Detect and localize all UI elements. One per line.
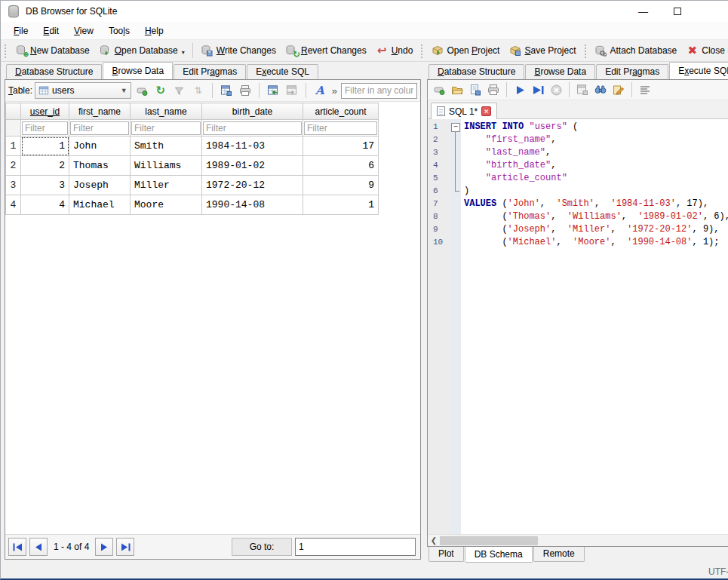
- menu-help[interactable]: Help: [138, 23, 170, 38]
- print-sql-button[interactable]: [485, 81, 502, 98]
- table-cell[interactable]: 6: [303, 156, 379, 176]
- previous-record-button[interactable]: [29, 538, 48, 556]
- tab-plot[interactable]: Plot: [429, 547, 464, 562]
- toolbar-grip[interactable]: [3, 43, 8, 58]
- table-cell[interactable]: 1989-01-02: [202, 156, 303, 176]
- menu-tools[interactable]: Tools: [102, 23, 137, 38]
- table-cell[interactable]: Smith: [131, 137, 202, 156]
- sql-tab[interactable]: SQL 1* ✕: [431, 103, 497, 119]
- column-header-article-count[interactable]: article_count: [303, 103, 379, 120]
- close-database-button[interactable]: ✖ Close Database: [681, 42, 728, 60]
- last-record-button[interactable]: [116, 538, 134, 556]
- tab-edit-pragmas-right[interactable]: Edit Pragmas: [596, 64, 668, 79]
- open-sql-file-button[interactable]: [449, 81, 465, 98]
- execute-all-button[interactable]: [511, 81, 528, 98]
- row-header[interactable]: 3: [6, 176, 21, 195]
- table-cell[interactable]: 9: [303, 176, 379, 195]
- toolbar-overflow-chevron[interactable]: »: [330, 85, 339, 97]
- filter-any-column-input[interactable]: [341, 83, 417, 99]
- table-cell[interactable]: Michael: [69, 195, 131, 215]
- title-bar[interactable]: DB Browser for SQLite — ✕: [1, 1, 728, 22]
- tab-database-structure-right[interactable]: Database Structure: [429, 64, 524, 79]
- filter-input-first-name[interactable]: [70, 121, 129, 135]
- save-results-button[interactable]: [574, 81, 591, 98]
- table-cell[interactable]: 17: [303, 137, 379, 156]
- goto-input[interactable]: [295, 538, 416, 556]
- find-replace-button[interactable]: [592, 81, 609, 98]
- tab-edit-pragmas[interactable]: Edit Pragmas: [174, 64, 246, 79]
- refresh-button[interactable]: ↻: [152, 82, 169, 99]
- tab-execute-sql-right[interactable]: Execute SQL: [669, 62, 728, 79]
- grid-corner[interactable]: [6, 103, 21, 120]
- close-button[interactable]: ✕: [715, 1, 728, 22]
- save-sql-file-button[interactable]: [467, 81, 484, 98]
- column-header-last-name[interactable]: last_name: [131, 103, 202, 120]
- attach-database-button[interactable]: Attach Database: [590, 42, 682, 60]
- table-cell[interactable]: Moore: [131, 195, 202, 215]
- filter-button[interactable]: [171, 82, 188, 99]
- filter-input-article-count[interactable]: [304, 121, 377, 135]
- encoding-indicator[interactable]: UTF-8: [708, 566, 728, 577]
- edit-sql-button[interactable]: [610, 81, 627, 98]
- table-cell[interactable]: 1990-14-08: [202, 195, 303, 215]
- new-sql-tab-button[interactable]: [431, 81, 447, 98]
- menu-edit[interactable]: Edit: [36, 23, 66, 38]
- column-header-first-name[interactable]: first_name: [69, 103, 131, 120]
- next-record-button[interactable]: [95, 538, 113, 556]
- sql-tab-close-icon[interactable]: ✕: [481, 106, 491, 116]
- print-button[interactable]: [237, 82, 253, 99]
- toolbar-grip[interactable]: [583, 43, 588, 58]
- open-database-button[interactable]: Open Database ▾: [94, 42, 189, 60]
- table-cell[interactable]: Thomas: [69, 156, 131, 176]
- column-header-birth-date[interactable]: birth_date: [202, 103, 303, 120]
- table-cell[interactable]: 1972-20-12: [202, 176, 303, 195]
- import-table-button[interactable]: [265, 82, 281, 99]
- write-changes-button[interactable]: Write Changes: [196, 42, 281, 60]
- save-table-button[interactable]: [218, 82, 235, 99]
- table-selector[interactable]: users ▼: [35, 82, 131, 99]
- column-header-user-id[interactable]: user_id: [21, 103, 69, 120]
- table-cell[interactable]: Miller: [131, 176, 202, 195]
- tab-db-schema[interactable]: DB Schema: [465, 546, 533, 563]
- tab-execute-sql[interactable]: Execute SQL: [247, 64, 318, 79]
- table-cell[interactable]: Joseph: [69, 176, 131, 195]
- tab-database-structure[interactable]: Database Structure: [6, 64, 102, 79]
- execute-line-button[interactable]: [530, 81, 546, 98]
- undo-button[interactable]: ↩ Undo: [371, 42, 418, 60]
- maximize-button[interactable]: [660, 1, 694, 22]
- menu-file[interactable]: File: [7, 23, 35, 38]
- row-header[interactable]: 1: [6, 137, 21, 156]
- table-cell[interactable]: 1: [21, 137, 69, 156]
- tab-browse-data-right[interactable]: Browse Data: [525, 64, 595, 79]
- filter-input-user-id[interactable]: [22, 121, 68, 135]
- menu-view[interactable]: View: [67, 23, 100, 38]
- new-database-button[interactable]: ⊕ New Database: [10, 42, 94, 60]
- scroll-left-arrow[interactable]: ❮: [428, 536, 440, 546]
- scrollbar-thumb[interactable]: [440, 536, 538, 545]
- table-cell[interactable]: Williams: [131, 156, 202, 176]
- table-cell[interactable]: 1: [303, 195, 379, 215]
- goto-button[interactable]: Go to:: [232, 538, 292, 556]
- table-cell[interactable]: John: [69, 137, 131, 156]
- tab-remote[interactable]: Remote: [533, 547, 585, 562]
- sort-button[interactable]: ⇅: [190, 82, 207, 99]
- filter-input-last-name[interactable]: [131, 121, 201, 135]
- open-project-button[interactable]: Open Project: [426, 42, 504, 60]
- table-cell[interactable]: 2: [21, 156, 69, 176]
- minimize-button[interactable]: —: [626, 1, 660, 22]
- first-record-button[interactable]: [8, 538, 26, 556]
- row-header[interactable]: 4: [6, 195, 21, 215]
- row-header[interactable]: 2: [6, 156, 21, 176]
- table-cell[interactable]: 1984-11-03: [202, 137, 303, 156]
- format-sql-button[interactable]: [637, 81, 653, 98]
- toolbar-grip[interactable]: [419, 43, 424, 58]
- fold-marker-icon[interactable]: [450, 121, 461, 133]
- stop-button[interactable]: [548, 81, 564, 98]
- table-cell[interactable]: 4: [21, 195, 69, 215]
- save-project-button[interactable]: Save Project: [504, 42, 580, 60]
- tab-browse-data[interactable]: Browse Data: [103, 62, 173, 79]
- insert-record-button[interactable]: [134, 82, 150, 99]
- table-cell[interactable]: 3: [21, 176, 69, 195]
- revert-changes-button[interactable]: ↻ Revert Changes: [281, 42, 371, 60]
- pane-splitter[interactable]: [421, 62, 427, 564]
